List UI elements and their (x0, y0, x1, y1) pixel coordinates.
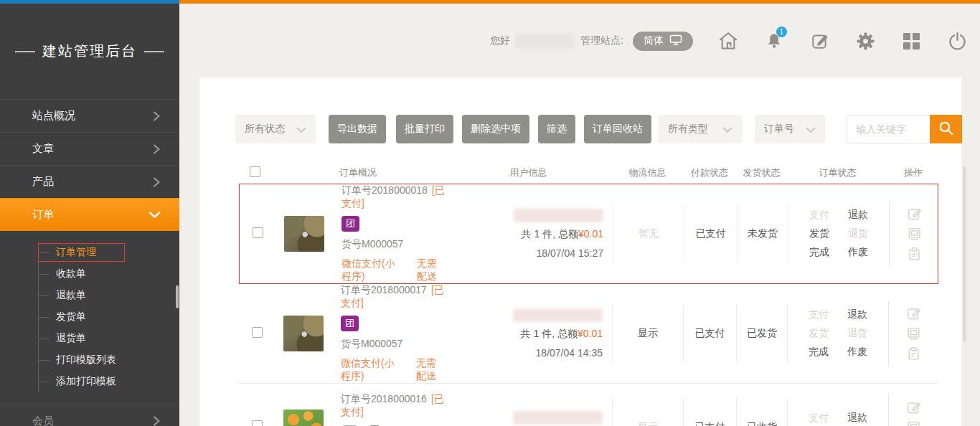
row-operations-cell (888, 300, 938, 366)
payment-delivery-line: 微信支付(小程序)无需配送 (341, 257, 446, 283)
order-details: 订单号2018000018[已支付]团货号M000057微信支付(小程序)无需配… (341, 184, 446, 283)
order-amount: ¥0.01 (578, 328, 603, 339)
delivery-method-link[interactable]: 无需配送 (417, 257, 446, 283)
order-type-badge: 团 (341, 216, 359, 232)
logistics-cell: 显示 (612, 399, 683, 426)
order-action-link[interactable]: 发货 (809, 227, 829, 240)
batch-print-button[interactable]: 批量打印 (396, 115, 453, 143)
sidebar-item-3[interactable]: 订单 (0, 198, 179, 231)
row-checkbox[interactable] (252, 327, 263, 338)
order-recycle-bin-button[interactable]: 订单回收站 (584, 115, 651, 143)
search-button[interactable] (930, 115, 962, 143)
clipboard-icon[interactable] (907, 246, 923, 262)
type-filter-dropdown[interactable]: 所有类型 (659, 115, 742, 143)
column-header: 付款状态 (683, 166, 736, 179)
user-info-cell: 共 1 件, 总额¥0.0118/07/04 14:35 (445, 308, 612, 359)
delivery-method-link[interactable]: 无需配送 (416, 357, 445, 383)
search-box (847, 115, 962, 143)
order-summary-line: 共 1 件, 总额¥0.01 (521, 328, 603, 341)
payment-method-link[interactable]: 微信支付(小程序) (341, 257, 397, 283)
shipping-status-cell: 已收货 (736, 399, 787, 426)
edit-icon[interactable] (907, 206, 923, 222)
submenu-item[interactable]: 退货单 (39, 328, 179, 349)
sidebar-item-1[interactable]: 文章 (0, 132, 179, 165)
order-action-link: 退货 (848, 227, 868, 240)
chevron-down-icon (149, 211, 161, 219)
greeting-text: 您好 (490, 34, 510, 47)
clipboard-icon[interactable] (906, 346, 922, 361)
order-action-link[interactable]: 完成 (809, 346, 829, 359)
order-number-line: 订单号2018000018[已支付] (341, 184, 446, 210)
order-action-link[interactable]: 作废 (848, 246, 868, 259)
order-number: 订单号2018000018 (341, 184, 428, 196)
order-action-link[interactable]: 退款 (847, 308, 867, 321)
row-checkbox[interactable] (252, 420, 263, 426)
notifications-bell-icon[interactable]: 1 (763, 32, 785, 50)
edit-icon[interactable] (906, 399, 922, 415)
table-row: 订单号2018000016[已支付]秒货号M000054共 1 件, 总额¥2.… (239, 384, 938, 426)
delete-selected-button[interactable]: 删除选中项 (462, 115, 529, 143)
status-filter-dropdown[interactable]: 所有状态 (235, 115, 316, 143)
sidebar-item-0[interactable]: 站点概况 (0, 99, 179, 132)
print-icon[interactable] (906, 326, 922, 341)
submenu-item-label: 退款单 (56, 289, 86, 302)
order-action-link[interactable]: 退款 (847, 412, 867, 425)
search-field-dropdown[interactable]: 订单号 (755, 115, 825, 143)
sidebar-scrollbar[interactable] (176, 285, 179, 308)
select-all-checkbox[interactable] (250, 166, 260, 177)
export-data-button[interactable]: 导出数据 (329, 115, 386, 143)
order-status-cell: 支付退款发货退货完成作废 (787, 305, 888, 362)
edit-icon[interactable] (906, 306, 922, 321)
print-icon[interactable] (906, 420, 922, 426)
order-details: 订单号2018000017[已支付]团货号M000057微信支付(小程序)无需配… (341, 284, 445, 383)
home-icon[interactable] (717, 32, 739, 50)
submenu-item[interactable]: 退款单 (39, 285, 179, 306)
order-overview-cell: 订单号2018000018[已支付]团货号M000057微信支付(小程序)无需配… (272, 184, 446, 283)
payment-method-link[interactable]: 微信支付(小程序) (341, 357, 396, 383)
filter-button[interactable]: 筛选 (538, 115, 575, 143)
chevron-down-icon (722, 123, 732, 135)
product-thumbnail (283, 410, 324, 426)
order-action-link[interactable]: 作废 (847, 346, 867, 359)
submenu-item[interactable]: 收款单 (39, 263, 179, 285)
submenu-item[interactable]: 打印模版列表 (39, 349, 179, 371)
power-icon[interactable] (947, 32, 969, 51)
shipping-status: 未发货 (748, 227, 778, 240)
order-action-link[interactable]: 退款 (848, 209, 868, 222)
order-action-link[interactable]: 完成 (809, 246, 829, 259)
apps-grid-icon[interactable] (901, 33, 923, 49)
submenu-item[interactable]: 订单管理 (39, 242, 179, 263)
column-header: 发货状态 (736, 166, 787, 179)
page-scrollbar[interactable] (963, 166, 966, 342)
gear-icon[interactable] (855, 32, 877, 51)
title-dash (144, 51, 164, 52)
submenu-item[interactable]: 添加打印模板 (39, 371, 179, 392)
search-icon (938, 120, 955, 139)
print-icon[interactable] (907, 226, 923, 242)
payment-status: 已支付 (695, 421, 725, 426)
order-overview-cell: 订单号2018000017[已支付]团货号M000057微信支付(小程序)无需配… (271, 284, 445, 383)
order-datetime: 18/07/04 14:35 (536, 347, 603, 359)
sidebar-item-4[interactable]: 会员 (0, 404, 179, 426)
submenu-item[interactable]: 发货单 (39, 306, 179, 328)
order-action-link: 支付 (809, 412, 829, 425)
title-dash (15, 51, 35, 52)
order-action-link: 发货 (809, 327, 829, 340)
sidebar-item-2[interactable]: 产品 (0, 165, 179, 198)
table-body: 订单号2018000018[已支付]团货号M000057微信支付(小程序)无需配… (239, 184, 938, 426)
app-title-text: 建站管理后台 (42, 42, 137, 61)
sidebar-item-label: 订单 (32, 208, 54, 222)
status-filter-label: 所有状态 (245, 123, 285, 136)
row-checkbox[interactable] (253, 227, 263, 238)
search-input[interactable] (847, 115, 930, 143)
monitor-icon (669, 34, 682, 48)
content-card: 所有状态 导出数据 批量打印 删除选中项 筛选 订单回收站 所有类型 订单号 订… (199, 77, 962, 426)
edit-icon[interactable] (809, 32, 831, 50)
language-switcher[interactable]: 简体 (633, 32, 693, 51)
top-strip-orange (179, 0, 980, 4)
logistics-cell: 暂无 (613, 205, 684, 262)
submenu-item-label: 添加打印模板 (56, 375, 116, 388)
order-action-links: 支付退款发货退货完成作废 (809, 308, 867, 359)
orders-toolbar: 所有状态 导出数据 批量打印 删除选中项 筛选 订单回收站 所有类型 订单号 (235, 115, 962, 143)
chevron-right-icon (153, 176, 161, 188)
